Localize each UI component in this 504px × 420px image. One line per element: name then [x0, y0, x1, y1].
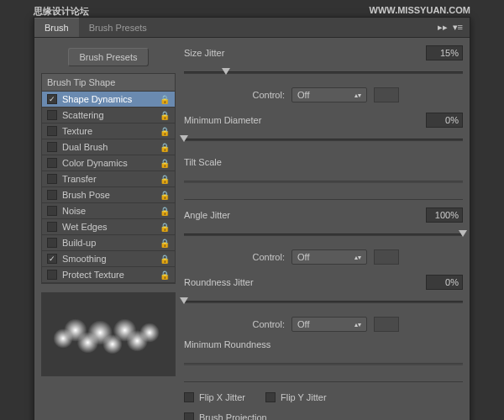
- checkbox-icon[interactable]: [47, 158, 57, 168]
- checkbox-icon[interactable]: [47, 174, 57, 184]
- lock-icon[interactable]: 🔒: [160, 239, 170, 248]
- option-protect-texture[interactable]: Protect Texture🔒: [42, 267, 175, 283]
- lock-icon[interactable]: 🔒: [160, 127, 170, 136]
- svg-point-7: [139, 323, 160, 343]
- watermark-right: WWW.MISSYUAN.COM: [370, 5, 470, 18]
- left-column: Brush Presets Brush Tip Shape Shape Dyna…: [41, 45, 176, 420]
- checkbox-icon[interactable]: [47, 222, 57, 232]
- tab-bar: Brush Brush Presets ▸▸ ▾≡: [34, 18, 470, 38]
- checkbox-icon[interactable]: [47, 94, 57, 104]
- checkbox-icon[interactable]: [47, 206, 57, 216]
- checkbox-icon[interactable]: [47, 270, 57, 280]
- brush-option-list: Brush Tip Shape Shape Dynamics🔒 Scatteri…: [41, 73, 176, 284]
- roundness-jitter-value[interactable]: 0%: [426, 275, 463, 290]
- control-label: Control:: [184, 90, 285, 100]
- angle-jitter-slider[interactable]: [184, 228, 463, 240]
- checkbox-icon[interactable]: [47, 254, 57, 264]
- option-noise[interactable]: Noise🔒: [42, 203, 175, 219]
- roundness-jitter-label: Roundness Jitter: [184, 277, 285, 287]
- size-control-dropdown[interactable]: Off▴▾: [291, 87, 367, 102]
- lock-icon[interactable]: 🔒: [160, 175, 170, 184]
- option-brush-tip-shape[interactable]: Brush Tip Shape: [42, 74, 175, 92]
- control-extra-box: [374, 249, 399, 265]
- lock-icon[interactable]: 🔒: [160, 95, 170, 104]
- chevron-updown-icon: ▴▾: [354, 254, 361, 261]
- tab-brush-presets[interactable]: Brush Presets: [79, 18, 157, 37]
- size-jitter-slider[interactable]: [184, 66, 463, 78]
- lock-icon[interactable]: 🔒: [160, 111, 170, 120]
- checkbox-icon[interactable]: [47, 238, 57, 248]
- angle-jitter-label: Angle Jitter: [184, 210, 285, 220]
- option-wet-edges[interactable]: Wet Edges🔒: [42, 219, 175, 235]
- flip-y-jitter-checkbox[interactable]: Flip Y Jitter: [265, 392, 327, 402]
- brush-panel: Brush Brush Presets ▸▸ ▾≡ Brush Presets …: [34, 17, 470, 420]
- checkbox-icon[interactable]: [47, 190, 57, 200]
- min-diameter-slider[interactable]: [184, 134, 463, 145]
- lock-icon[interactable]: 🔒: [160, 223, 170, 232]
- tilt-scale-label: Tilt Scale: [184, 157, 285, 167]
- option-dual-brush[interactable]: Dual Brush🔒: [42, 139, 175, 155]
- min-roundness-slider: [184, 358, 463, 370]
- brush-preview: [41, 292, 176, 376]
- option-smoothing[interactable]: Smoothing🔒: [42, 251, 175, 267]
- lock-icon[interactable]: 🔒: [160, 255, 170, 264]
- control-label: Control:: [184, 319, 285, 329]
- min-diameter-label: Minimum Diameter: [184, 115, 285, 125]
- size-jitter-value[interactable]: 15%: [426, 45, 463, 60]
- option-scattering[interactable]: Scattering🔒: [42, 108, 175, 123]
- tilt-scale-slider: [184, 176, 463, 187]
- control-label: Control:: [184, 252, 285, 262]
- checkbox-icon[interactable]: [47, 110, 57, 120]
- lock-icon[interactable]: 🔒: [160, 207, 170, 216]
- tab-brush[interactable]: Brush: [34, 18, 79, 37]
- chevron-updown-icon: ▴▾: [354, 92, 361, 99]
- checkbox-icon[interactable]: [47, 142, 57, 152]
- flip-x-jitter-checkbox[interactable]: Flip X Jitter: [184, 392, 245, 402]
- min-diameter-value[interactable]: 0%: [426, 113, 463, 128]
- angle-jitter-value[interactable]: 100%: [426, 207, 463, 223]
- option-color-dynamics[interactable]: Color Dynamics🔒: [42, 155, 175, 171]
- roundness-control-dropdown[interactable]: Off▴▾: [291, 317, 367, 332]
- control-extra-box: [374, 317, 399, 332]
- expand-icon[interactable]: ▸▸: [438, 22, 448, 33]
- option-buildup[interactable]: Build-up🔒: [42, 235, 175, 251]
- option-brush-pose[interactable]: Brush Pose🔒: [42, 187, 175, 203]
- brush-projection-checkbox[interactable]: Brush Projection: [184, 412, 267, 420]
- min-roundness-label: Minimum Roundness: [184, 339, 285, 349]
- menu-icon[interactable]: ▾≡: [453, 22, 463, 33]
- option-texture[interactable]: Texture🔒: [42, 123, 175, 139]
- lock-icon[interactable]: 🔒: [160, 191, 170, 200]
- angle-control-dropdown[interactable]: Off▴▾: [291, 249, 367, 265]
- lock-icon[interactable]: 🔒: [160, 143, 170, 152]
- checkbox-icon[interactable]: [47, 126, 57, 136]
- chevron-updown-icon: ▴▾: [354, 321, 361, 328]
- roundness-jitter-slider[interactable]: [184, 296, 463, 307]
- settings-column: Size Jitter15% Control:Off▴▾ Minimum Dia…: [184, 45, 463, 420]
- brush-presets-button[interactable]: Brush Presets: [68, 48, 148, 66]
- lock-icon[interactable]: 🔒: [160, 270, 170, 280]
- control-extra-box: [374, 87, 399, 102]
- checkbox-icon: [265, 392, 276, 402]
- size-jitter-label: Size Jitter: [184, 48, 285, 58]
- checkbox-icon: [184, 392, 194, 402]
- watermark-left: 思缘设计论坛: [34, 5, 89, 18]
- option-transfer[interactable]: Transfer🔒: [42, 171, 175, 187]
- checkbox-icon: [184, 412, 194, 420]
- option-shape-dynamics[interactable]: Shape Dynamics🔒: [42, 92, 175, 108]
- lock-icon[interactable]: 🔒: [160, 159, 170, 168]
